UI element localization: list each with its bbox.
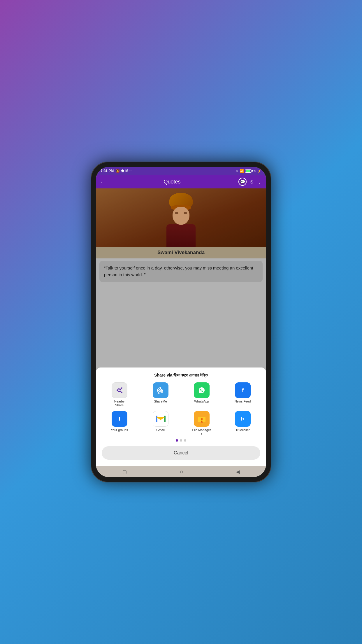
- share-app-nearby[interactable]: NearbyShare: [109, 382, 130, 407]
- share-app-whatsapp[interactable]: WhatsApp: [191, 382, 212, 407]
- home-button[interactable]: ○: [180, 468, 183, 475]
- svg-text:f: f: [119, 416, 121, 422]
- face: [173, 207, 189, 225]
- nearby-share-label: NearbyShare: [114, 400, 124, 407]
- phone-screen: 7:31 PM 🔕 🗑 M ··· ✕ 📶 89 ⚡ ← Quotes 💬: [96, 167, 266, 477]
- battery-x-icon: ✕: [236, 169, 238, 173]
- gmail-svg: [156, 416, 166, 422]
- wifi-icon: 📶: [240, 169, 244, 173]
- status-left: 7:31 PM 🔕 🗑 M ···: [101, 169, 132, 173]
- share-app-newsfeed[interactable]: f News Feed: [233, 382, 253, 407]
- whatsapp-label: WhatsApp: [194, 400, 209, 403]
- content-area: Swami Vivekananda “Talk to yourself once…: [96, 188, 266, 466]
- truecaller-icon: [235, 411, 251, 427]
- share-icon-button[interactable]: ⎋: [250, 179, 253, 185]
- gmail-icon: [153, 411, 168, 427]
- back-nav-button[interactable]: ◀: [236, 469, 240, 475]
- dot-1: [176, 439, 178, 442]
- yourgroups-icon: f: [112, 411, 127, 427]
- nearby-share-icon: [112, 382, 127, 398]
- svg-point-0: [117, 390, 118, 391]
- share-title: Share via জীবন বদলে দেওয়ার উক্তি: [99, 373, 263, 378]
- share-app-filemanager[interactable]: F + File Manager+: [191, 411, 212, 436]
- share-apps-row-2: f Your groups: [99, 411, 263, 436]
- charging-icon: ⚡: [257, 169, 261, 173]
- battery-percent: 89: [253, 169, 256, 173]
- gmail-label: Gmail: [156, 428, 165, 432]
- filemanager-label: File Manager+: [192, 428, 211, 436]
- share-app-yourgroups[interactable]: f Your groups: [109, 411, 130, 436]
- status-icons: 🔕 🗑 M ···: [115, 169, 132, 173]
- svg-text:+: +: [201, 421, 202, 423]
- svg-rect-10: [164, 416, 166, 422]
- truecaller-svg: [238, 414, 248, 424]
- nav-bar: ▢ ○ ◀: [96, 466, 266, 477]
- dot-2: [180, 439, 182, 442]
- app-bar-title: Quotes: [109, 179, 236, 185]
- share-apps-row-1: NearbyShare ShareMe: [99, 382, 263, 407]
- share-overlay: Share via জীবন বদলে দেওয়ার উক্তি: [96, 188, 266, 466]
- svg-rect-14: [198, 416, 201, 417]
- share-sheet: Share via জীবন বদলে দেওয়ার উক্তি: [96, 368, 266, 466]
- filemanager-icon: F +: [194, 411, 210, 427]
- app-bar-icons: 💬 ⎋ ⋮: [238, 178, 262, 186]
- svg-point-1: [121, 387, 122, 388]
- status-time: 7:31 PM: [101, 169, 114, 173]
- yourgroups-svg: f: [115, 414, 124, 424]
- battery-fill: [246, 170, 250, 172]
- svg-text:F: F: [201, 418, 203, 421]
- share-app-gmail[interactable]: Gmail: [150, 411, 171, 436]
- pagination-dots: [99, 439, 263, 442]
- shareme-label: ShareMe: [154, 400, 167, 403]
- status-bar: 7:31 PM 🔕 🗑 M ··· ✕ 📶 89 ⚡: [96, 167, 266, 175]
- app-bar: ← Quotes 💬 ⎋ ⋮: [96, 175, 266, 188]
- nearby-svg: [115, 386, 124, 395]
- dot-3: [184, 439, 186, 442]
- newsfeed-icon: f: [235, 382, 251, 398]
- shareme-icon: [153, 382, 168, 398]
- whatsapp-app-icon: [194, 382, 210, 398]
- whatsapp-symbol: 💬: [240, 179, 245, 184]
- share-app-truecaller[interactable]: Truecaller: [233, 411, 253, 436]
- whatsapp-svg: [197, 385, 207, 395]
- truecaller-label: Truecaller: [236, 428, 250, 432]
- status-right: ✕ 📶 89 ⚡: [236, 169, 261, 173]
- phone-frame: 7:31 PM 🔕 🗑 M ··· ✕ 📶 89 ⚡ ← Quotes 💬: [91, 162, 271, 482]
- battery-icon: [245, 169, 252, 173]
- recent-apps-button[interactable]: ▢: [122, 469, 127, 475]
- svg-point-2: [121, 392, 122, 393]
- shareme-svg: [156, 385, 166, 395]
- cancel-button[interactable]: Cancel: [102, 446, 260, 460]
- yourgroups-label: Your groups: [111, 428, 128, 432]
- newsfeed-svg: f: [238, 385, 248, 395]
- share-app-shareme[interactable]: ShareMe: [150, 382, 171, 407]
- back-button[interactable]: ←: [100, 178, 106, 185]
- more-options-button[interactable]: ⋮: [257, 178, 262, 185]
- whatsapp-icon-button[interactable]: 💬: [238, 178, 247, 186]
- svg-text:f: f: [242, 387, 244, 393]
- newsfeed-label: News Feed: [235, 400, 251, 403]
- filemanager-svg: F +: [197, 414, 207, 424]
- svg-rect-9: [156, 416, 157, 422]
